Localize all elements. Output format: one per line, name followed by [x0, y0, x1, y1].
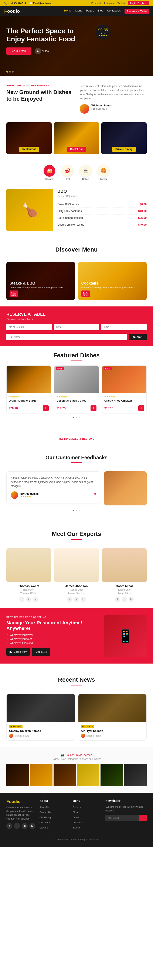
- hero-dot-3[interactable]: [12, 71, 14, 73]
- add-to-cart-2[interactable]: +: [90, 405, 96, 411]
- instagram-link[interactable]: Instagram: [104, 2, 115, 5]
- news-img-1: [6, 694, 75, 722]
- tw-icon-1[interactable]: t: [26, 597, 31, 602]
- app-store-btn[interactable]: App Store: [32, 648, 50, 656]
- tdot-2[interactable]: [76, 510, 77, 511]
- fb-icon-3[interactable]: f: [115, 597, 120, 602]
- discover-header: Discover Menu: [0, 240, 153, 259]
- google-play-btn[interactable]: ▶ Google Play: [6, 648, 30, 656]
- bbq-image: 🍗: [6, 189, 53, 231]
- tdot-1[interactable]: [73, 510, 74, 511]
- top-bar-contact: 📞 +1 (800) 374-514 ✉️ Email@mail.com: [4, 2, 50, 5]
- add-to-cart-1[interactable]: +: [43, 405, 49, 411]
- quote-mark-icon: ": [93, 492, 96, 500]
- food-icon-coffee[interactable]: ☕ Coffee: [80, 165, 91, 180]
- facebook-link[interactable]: Facebook: [91, 2, 102, 5]
- food-icon-burger[interactable]: 🍔 Burger: [98, 165, 109, 180]
- discover-card-bbq[interactable]: Steaks & BBQ Uhmont dis temings where we…: [6, 262, 75, 300]
- footer-menu-links-col: Menu Starters Dinner Drinks Desserts Bru…: [73, 799, 101, 830]
- footer-link-contact[interactable]: Contact Us: [39, 810, 68, 814]
- nav-home[interactable]: Home: [64, 9, 72, 14]
- restaurant-card[interactable]: Restaurant: [6, 123, 52, 154]
- footer-link-starters[interactable]: Starters: [73, 805, 101, 809]
- nav-reserve-btn[interactable]: Reserve a Table: [125, 9, 149, 14]
- fdot-2[interactable]: [76, 417, 77, 418]
- cat-card-inner-1: Restaurant: [6, 123, 52, 154]
- footer-link-history[interactable]: Our History: [39, 815, 68, 819]
- nav-contact[interactable]: Contact Us: [107, 9, 121, 14]
- cocktail-bar-card[interactable]: Coctal Bar: [54, 123, 99, 154]
- featured-img-2: SALE: [54, 366, 99, 393]
- expert-title-2: Senior Chef: [54, 589, 99, 591]
- footer-linkedin[interactable]: in: [22, 823, 28, 829]
- food-icon-steak[interactable]: 🥩 Steak: [62, 165, 73, 180]
- fb-icon-2[interactable]: f: [67, 597, 72, 602]
- name-input[interactable]: [6, 334, 127, 340]
- news-card-1[interactable]: QUITE BITE Creamy Chicken Alfredo Millon…: [6, 694, 75, 741]
- fdot-3[interactable]: [79, 417, 80, 418]
- nav-blog[interactable]: Blog: [98, 9, 103, 14]
- insta-item-5[interactable]: [101, 764, 123, 786]
- footer-youtube[interactable]: ▶: [29, 823, 35, 829]
- newsletter-input[interactable]: [106, 815, 139, 821]
- food-icon-dessert[interactable]: 🍰 Dessert: [44, 165, 55, 180]
- video-button[interactable]: ▶ Video: [35, 48, 49, 54]
- tw-icon-2[interactable]: t: [74, 597, 79, 602]
- top-reserve-btn[interactable]: Login / Register: [128, 1, 149, 5]
- footer-link-desserts[interactable]: Desserts: [73, 820, 101, 824]
- in-icon-1[interactable]: in: [33, 597, 38, 602]
- app-feature-1: Wherever you travel: [6, 633, 100, 636]
- see-menu-button[interactable]: See Our Menu: [6, 48, 32, 55]
- hero-dot-1[interactable]: [6, 71, 8, 73]
- guests-input[interactable]: [6, 324, 52, 330]
- reservation-submit[interactable]: Submit: [129, 334, 147, 340]
- nav-pages[interactable]: Pages: [86, 9, 94, 14]
- nav-menu[interactable]: Menu: [76, 9, 82, 14]
- news-meta-1: Millona Tirana: [9, 733, 72, 738]
- about-testimonial: Willimes James Food Specialist: [80, 104, 147, 114]
- add-to-cart-3[interactable]: +: [138, 405, 144, 411]
- bbq-item-price-4: $40.00: [138, 223, 147, 226]
- insta-item-6[interactable]: [124, 764, 147, 786]
- footer-link-brunch[interactable]: Brunch: [73, 826, 101, 829]
- footer-twitter[interactable]: t: [14, 823, 20, 829]
- footer-link-about[interactable]: About Us: [39, 805, 68, 809]
- phone-icon: 📞: [4, 2, 7, 5]
- news-card-2[interactable]: QUITE BITE Air Fryer Salmon Millona Tira…: [78, 694, 147, 741]
- insta-item-4[interactable]: [77, 764, 100, 786]
- insta-item-2[interactable]: [30, 764, 52, 786]
- in-icon-2[interactable]: in: [81, 597, 86, 602]
- footer-link-dinner[interactable]: Dinner: [73, 810, 101, 814]
- discover-underline: [71, 255, 82, 255]
- time-input[interactable]: [101, 324, 147, 330]
- footer-facebook[interactable]: f: [6, 823, 12, 829]
- footer-about-links: About Us Contact Us Our History Our Team…: [39, 805, 68, 829]
- testimonial-dots: [6, 510, 147, 511]
- fb-icon-1[interactable]: f: [19, 597, 24, 602]
- bbq-item-3: Half smoked chicken $25.00: [57, 215, 147, 221]
- expert-img-1: [6, 548, 51, 582]
- featured-dots: [6, 417, 147, 418]
- sale-badge-3: SALE: [104, 368, 112, 370]
- featured-footer-3: $18.10 +: [102, 405, 147, 413]
- youtube-link[interactable]: Youtube: [117, 2, 126, 5]
- footer-link-team[interactable]: Our Team: [39, 820, 68, 824]
- newsletter-submit[interactable]: →: [139, 815, 147, 821]
- date-input[interactable]: [54, 324, 99, 330]
- testimonial-content: A good restaurant is like a vacation in …: [6, 471, 147, 506]
- tdot-3[interactable]: [79, 510, 80, 511]
- featured-name-1: Draper Double Burger: [9, 399, 49, 402]
- insta-item-1[interactable]: [6, 764, 29, 786]
- in-icon-3[interactable]: in: [129, 597, 134, 602]
- expert-cards: Thomas Walim Head Chef Thomas Walim f t …: [6, 548, 147, 602]
- footer-link-drinks[interactable]: Drinks: [73, 815, 101, 819]
- discover-card-cocktails[interactable]: Cocktails Uhmont dis temings where we ar…: [78, 262, 147, 300]
- featured-price-3: $18.10: [104, 406, 114, 410]
- footer-about-links-col: About About Us Contact Us Our History Ou…: [39, 799, 68, 830]
- fdot-1[interactable]: [73, 417, 74, 418]
- footer-link-careers[interactable]: Careers: [39, 826, 68, 829]
- tw-icon-3[interactable]: t: [122, 597, 127, 602]
- insta-item-3[interactable]: [54, 764, 76, 786]
- hero-dot-2[interactable]: [9, 71, 11, 73]
- private-dining-card[interactable]: Private Dining: [101, 123, 147, 154]
